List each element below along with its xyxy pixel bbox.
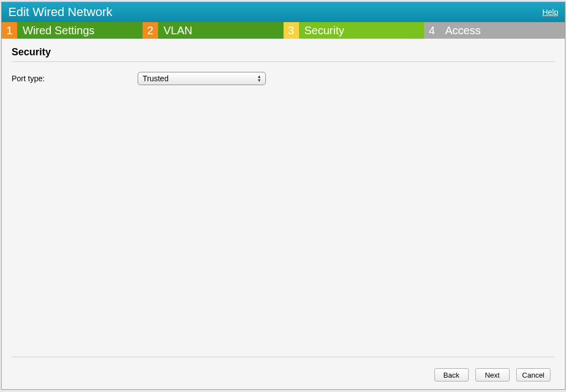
port-type-label: Port type: [12, 74, 138, 83]
content-area: Security Port type: Trusted ▲▼ Back Next… [2, 39, 565, 389]
back-button[interactable]: Back [434, 368, 469, 381]
next-button[interactable]: Next [475, 368, 510, 381]
tab-number: 1 [2, 22, 17, 39]
dialog-title: Edit Wired Network [8, 5, 112, 19]
tab-wired-settings[interactable]: 1 Wired Settings [2, 22, 143, 39]
port-type-select-wrap: Trusted ▲▼ [138, 72, 266, 85]
tab-number: 3 [284, 22, 299, 39]
wizard-tabs: 1 Wired Settings 2 VLAN 3 Security 4 Acc… [2, 22, 565, 39]
help-link[interactable]: Help [542, 8, 558, 17]
port-type-row: Port type: Trusted ▲▼ [12, 72, 555, 85]
footer-buttons: Back Next Cancel [12, 357, 555, 385]
tab-label: Security [299, 22, 424, 39]
section-heading: Security [12, 46, 555, 62]
tab-access[interactable]: 4 Access [424, 22, 565, 39]
cancel-button[interactable]: Cancel [516, 368, 551, 381]
form-area: Port type: Trusted ▲▼ [12, 62, 555, 357]
port-type-select[interactable]: Trusted [138, 72, 266, 85]
tab-vlan[interactable]: 2 VLAN [143, 22, 284, 39]
tab-label: VLAN [158, 22, 284, 39]
edit-wired-network-dialog: Edit Wired Network Help 1 Wired Settings… [1, 2, 565, 390]
tab-label: Access [439, 22, 565, 39]
tab-number: 4 [424, 22, 439, 39]
tab-security[interactable]: 3 Security [284, 22, 424, 39]
tab-label: Wired Settings [17, 22, 143, 39]
tab-number: 2 [143, 22, 158, 39]
title-bar: Edit Wired Network Help [2, 2, 565, 22]
